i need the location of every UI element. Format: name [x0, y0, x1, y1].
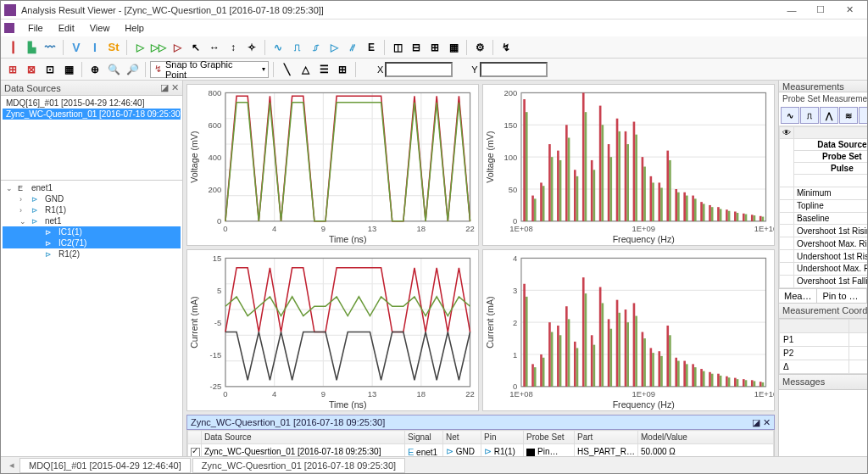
e-btn[interactable]: E [363, 39, 380, 56]
svg-rect-145 [576, 349, 579, 387]
wave-btn-1[interactable]: ∿ [270, 39, 287, 56]
svg-rect-60 [642, 157, 644, 221]
tree-item[interactable]: ⌄⊳net1 [3, 215, 181, 226]
grid-btn-2[interactable]: ⊠ [23, 61, 40, 78]
probe-btn-5[interactable]: ⌇ [859, 107, 867, 124]
play-btn-3[interactable]: ▷ [169, 39, 186, 56]
play-btn-1[interactable]: ▷ [131, 39, 148, 56]
tree-item[interactable]: ⌄Eenet1 [3, 182, 181, 193]
chart[interactable]: 049131822-25-15-5515Time (ns)Current (mA… [186, 249, 479, 411]
zoom-out-icon[interactable]: 🔎 [124, 61, 141, 78]
svg-text:Time (ns): Time (ns) [329, 234, 366, 244]
measurements-tabs: Mea… Pin to Pin Mea… At… Diagram… [779, 288, 867, 303]
zoom-btn-1[interactable]: ⊕ [86, 61, 103, 78]
svg-rect-65 [660, 187, 663, 220]
zoom-in-icon[interactable]: 🔍 [105, 61, 122, 78]
svg-text:200: 200 [208, 185, 221, 194]
wave-btn-5[interactable]: ⫽ [344, 39, 361, 56]
svg-rect-169 [677, 361, 680, 387]
x-field[interactable] [385, 62, 453, 77]
wave-btn-3[interactable]: ⎎ [307, 39, 324, 56]
i-btn[interactable]: I [86, 39, 103, 56]
snap-label: Snap to Graphic Point [165, 59, 254, 80]
link-btn[interactable]: ↯ [498, 39, 515, 56]
svg-text:0: 0 [223, 389, 227, 399]
chart-btn-2[interactable]: ▙ [23, 39, 40, 56]
grid-btn-4[interactable]: ▦ [60, 61, 77, 78]
chart[interactable]: 0491318220200400600800Time (ns)Voltage (… [186, 84, 479, 246]
menu-file[interactable]: File [21, 21, 50, 35]
probe-btn-1[interactable]: ∿ [781, 107, 799, 124]
wave-btn-4[interactable]: ▷ [326, 39, 342, 56]
source-item[interactable]: MDQ[16]_#01 [2015-04-29 12:46:40] [3, 98, 181, 109]
play-btn-2[interactable]: ▷▷ [150, 39, 167, 56]
draw-btn-1[interactable]: ╲ [278, 61, 295, 78]
minimize-button[interactable]: — [777, 2, 806, 19]
chart[interactable]: 1E+081E+091E+10050100150200Frequency (Hz… [482, 84, 775, 246]
source-item[interactable]: Zync_WC-Quesrtion_01 [2016-07-18 09:25:3… [3, 109, 181, 120]
svg-text:Time (ns): Time (ns) [329, 399, 366, 410]
status-tab-1[interactable]: MDQ[16]_#01 [2015-04-29 12:46:40] [19, 458, 191, 473]
wave-btn-2[interactable]: ⎍ [288, 39, 305, 56]
probe-btn-3[interactable]: ⋀ [820, 107, 838, 124]
v-btn[interactable]: V [68, 39, 85, 56]
menu-help[interactable]: Help [118, 21, 151, 35]
cursor-btn-2[interactable]: ↔ [206, 39, 223, 56]
meas-tab-1[interactable]: Mea… [779, 289, 817, 303]
svg-text:100: 100 [504, 153, 517, 162]
cursor-btn-3[interactable]: ↕ [225, 39, 242, 56]
tree-item[interactable]: ⊳R1(2) [3, 248, 181, 259]
svg-rect-59 [635, 135, 637, 221]
close-icon[interactable]: ✕ [171, 82, 179, 93]
svg-text:1E+09: 1E+09 [632, 389, 655, 399]
cursor-btn-1[interactable]: ↖ [187, 39, 204, 56]
source-list[interactable]: MDQ[16]_#01 [2015-04-29 12:46:40] Zync_W… [1, 96, 182, 181]
grid-btn-1[interactable]: ⊞ [4, 61, 21, 78]
svg-rect-157 [626, 322, 629, 387]
svg-text:200: 200 [504, 88, 517, 98]
layout-btn-4[interactable]: ▦ [445, 39, 462, 56]
grid-btn-3[interactable]: ⊡ [42, 61, 58, 78]
tree-item[interactable]: ›⊳R1(1) [3, 204, 181, 215]
measurements-table[interactable]: 👁IC1(1)Data SourceZync_W…Probe SetPinPul… [779, 126, 867, 288]
layout-btn-3[interactable]: ⊞ [426, 39, 443, 56]
cursor-btn-4[interactable]: ✧ [243, 39, 260, 56]
chart-btn-1[interactable]: ┃ [4, 39, 21, 56]
coord-table[interactable]: XY P1 P2 Δ [779, 319, 867, 374]
tree-item[interactable]: ⊳IC2(71) [3, 237, 181, 248]
gear-icon[interactable]: ⚙ [471, 39, 488, 56]
draw-btn-2[interactable]: △ [297, 61, 314, 78]
menu-edit[interactable]: Edit [52, 21, 81, 35]
draw-btn-3[interactable]: ☰ [315, 61, 332, 78]
menu-view[interactable]: View [83, 21, 117, 35]
svg-rect-51 [602, 125, 604, 221]
signal-tree[interactable]: ⌄Eenet1›⊳GND›⊳R1(1)⌄⊳net1⊳IC1(1)⊳IC2(71)… [1, 181, 182, 456]
status-tab-2[interactable]: Zync_WC-Quesrtion_01 [2016-07-18 09:25:3… [192, 458, 405, 473]
probe-btn-2[interactable]: ⎍ [800, 107, 819, 124]
y-field[interactable] [480, 62, 548, 77]
undock-icon[interactable]: ◪ [160, 82, 169, 93]
svg-rect-172 [692, 365, 694, 387]
bottom-grid[interactable]: Data SourceSignalNetPinProbe SetPartMode… [186, 430, 775, 456]
tree-item[interactable]: ›⊳GND [3, 193, 181, 204]
undock-icon[interactable]: ◪ [752, 417, 760, 428]
st-btn[interactable]: St [105, 39, 122, 56]
tree-item[interactable]: ⊳IC1(1) [3, 226, 181, 237]
svg-text:18: 18 [417, 224, 426, 233]
draw-btn-4[interactable]: ⊞ [334, 61, 351, 78]
maximize-button[interactable]: ☐ [806, 2, 835, 19]
svg-rect-151 [602, 304, 604, 387]
chart[interactable]: 1E+081E+091E+1001234Frequency (Hz)Curren… [482, 249, 775, 411]
layout-btn-2[interactable]: ⊟ [408, 39, 425, 56]
toolbar-2: ⊞ ⊠ ⊡ ▦ ⊕ 🔍 🔎 ↯ Snap to Graphic Point ╲ … [1, 59, 867, 81]
layout-btn-1[interactable]: ◫ [389, 39, 406, 56]
meas-tab-2[interactable]: Pin to Pin Mea… [817, 289, 867, 303]
close-icon[interactable]: ✕ [763, 417, 771, 428]
chart-btn-3[interactable]: 〰 [42, 39, 58, 56]
close-button[interactable]: ✕ [835, 2, 864, 19]
svg-rect-184 [743, 379, 745, 387]
svg-text:0: 0 [513, 382, 517, 392]
probe-btn-4[interactable]: ≋ [839, 107, 858, 124]
snap-dropdown[interactable]: ↯ Snap to Graphic Point [150, 61, 269, 78]
svg-rect-161 [643, 338, 646, 387]
